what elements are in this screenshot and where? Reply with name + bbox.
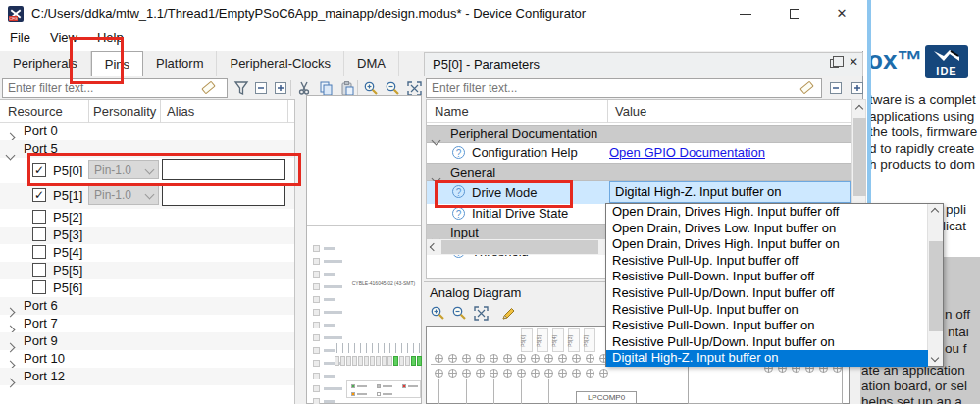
tree-row-port-12[interactable]: Port 12 — [0, 368, 294, 385]
zoom-fit-icon[interactable] — [473, 305, 490, 322]
highlighted-text-line: helps set up an a — [861, 394, 962, 404]
dropdown-option[interactable]: Resistive Pull-Down. Input buffer on — [606, 318, 928, 334]
hscroll-thumb[interactable] — [441, 240, 598, 254]
alias-input[interactable] — [162, 184, 285, 206]
package-pin-number — [313, 334, 320, 341]
package-column-label — [360, 343, 361, 353]
parameters-title: P5[0] - Parameters — [433, 53, 540, 76]
help-icon[interactable]: ? — [452, 207, 465, 220]
vscroll-thumb[interactable] — [853, 118, 866, 196]
tab-peripheral-clocks[interactable]: Peripheral-Clocks — [217, 51, 344, 76]
dropdown-scrollbar[interactable] — [927, 204, 943, 366]
close-pane-icon[interactable]: ✕ — [849, 55, 858, 69]
dropdown-option[interactable]: Resistive Pull-Up/Down. Input buffer on — [606, 334, 928, 351]
pin-checkbox[interactable] — [32, 245, 46, 259]
toolbar-separator — [290, 80, 291, 96]
tree-row-port-7[interactable]: Port 7 — [0, 315, 294, 332]
drive-mode-combo[interactable]: Digital High-Z. Input buffer on — [609, 181, 851, 203]
gpio-documentation-link[interactable]: Open GPIO Documentation — [609, 145, 765, 160]
tree-row-port-6[interactable]: Port 6 — [0, 297, 294, 315]
pin-checkbox[interactable]: ✓ — [32, 188, 46, 202]
package-pin-cell — [346, 356, 351, 366]
analog-pin-terminal — [531, 369, 540, 378]
document-text-fragment: licat — [943, 219, 966, 233]
tree-row-port-10[interactable]: Port 10 — [0, 350, 294, 368]
tree-row-p5-5[interactable]: P5[5] — [0, 262, 294, 279]
tab-platform[interactable]: Platform — [143, 51, 217, 76]
zoom-in-icon[interactable] — [430, 305, 446, 322]
dropdown-option[interactable]: Resistive Pull-Up/Down. Input buffer off — [606, 285, 928, 302]
pin-checkbox[interactable] — [32, 227, 46, 241]
tree-row-p5-6[interactable]: P5[6] — [0, 279, 294, 297]
chevron-glyph — [6, 379, 16, 388]
edit-pencil-icon[interactable] — [500, 305, 517, 322]
dropdown-option[interactable]: Resistive Pull-Up. Input buffer on — [606, 302, 928, 319]
analog-pin-terminal — [503, 369, 512, 378]
lpcomp0-block: LPCOMP0 — [576, 391, 637, 404]
dropdown-scroll-up-icon[interactable] — [931, 208, 939, 216]
tree-row-p5-2[interactable]: P5[2] — [0, 209, 294, 227]
float-pane-icon[interactable] — [830, 59, 839, 68]
collapse-all-icon[interactable] — [253, 80, 270, 97]
pin-checkbox[interactable] — [32, 263, 46, 277]
package-pin-number — [313, 258, 320, 265]
tree-row-p5-3[interactable]: P5[3] — [0, 227, 294, 244]
dropdown-option[interactable]: Open Drain, Drives High. Input buffer of… — [606, 204, 928, 221]
analog-wire — [438, 379, 439, 404]
parameters-filter-input[interactable] — [426, 78, 822, 98]
tree-row-p5-4[interactable]: P5[4] — [0, 244, 294, 262]
tree-row-p5-1[interactable]: ✓P5[1]Pin-1.0 — [0, 183, 294, 209]
parameters-header-row: NameValue — [427, 100, 851, 123]
collapse-all-icon[interactable] — [828, 80, 845, 97]
filter-funnel-icon[interactable] — [233, 80, 250, 97]
package-pin-name — [324, 298, 335, 301]
tab-dma[interactable]: DMA — [344, 51, 399, 76]
expand-all-icon[interactable] — [850, 80, 866, 97]
analog-wire — [493, 379, 494, 404]
zoom-out-icon[interactable] — [451, 305, 468, 322]
legend-swatch — [351, 392, 355, 396]
scroll-left-icon[interactable] — [430, 243, 438, 251]
ide-logo: IDE — [925, 45, 968, 78]
dropdown-option[interactable]: Resistive Pull-Down. Input buffer off — [606, 269, 928, 285]
analog-pin-label: P5[4] — [552, 328, 564, 352]
analog-pin-terminal — [435, 354, 443, 363]
port-label: Port 6 — [24, 297, 58, 315]
dropdown-option[interactable]: Open Drain, Drives Low. Input buffer on — [606, 221, 928, 237]
dropdown-option[interactable]: Resistive Pull-Up. Input buffer off — [606, 253, 928, 270]
scroll-up-icon[interactable] — [855, 105, 863, 113]
menu-bar: FileViewHelp — [0, 27, 863, 51]
chevron-down-icon — [145, 190, 155, 200]
analog-pin-terminal — [544, 369, 553, 378]
dropdown-option[interactable]: Open Drain, Drives High. Input buffer on — [606, 236, 928, 253]
personality-combo[interactable]: Pin-1.0 — [88, 185, 159, 205]
document-paragraph: tware is a completapplications usingthe … — [869, 92, 977, 174]
analog-pin-label-text: P5[4] — [551, 335, 557, 347]
pin-checkbox[interactable] — [32, 280, 46, 294]
package-pin-name — [324, 336, 342, 339]
legend-swatch — [377, 392, 381, 396]
dropdown-scroll-thumb[interactable] — [929, 241, 943, 331]
analog-diagram-title: Analog Diagram — [430, 285, 521, 300]
menu-item-file[interactable]: File — [0, 27, 40, 51]
dropdown-scroll-down-icon[interactable] — [931, 354, 939, 362]
minimize-button[interactable] — [724, 0, 767, 27]
column-divider — [160, 100, 161, 123]
param-row-configuration-help[interactable]: ?Configuration HelpOpen GPIO Documentati… — [427, 143, 851, 163]
tree-row-port-0[interactable]: Port 0 — [0, 123, 294, 140]
analog-pin-label: P5[5] — [537, 328, 548, 352]
package-pin-cell — [358, 356, 363, 366]
tree-row-port-9[interactable]: Port 9 — [0, 332, 294, 350]
package-pin-cell — [411, 356, 416, 366]
pin-checkbox[interactable] — [32, 210, 46, 224]
close-button[interactable]: ✕ — [820, 0, 863, 27]
dropdown-option[interactable]: Digital High-Z. Input buffer on — [606, 350, 928, 367]
param-value[interactable]: Open GPIO Documentation — [609, 145, 765, 160]
help-icon[interactable]: ? — [452, 146, 465, 159]
package-pin-name — [324, 273, 335, 276]
annotation-box-p50-row — [27, 153, 301, 186]
maximize-button[interactable] — [773, 0, 816, 27]
package-diagram-panel: CYBLE-416045-02 (43-SMT) — [306, 95, 422, 404]
expand-all-icon[interactable] — [273, 80, 289, 97]
chevron-right-icon[interactable] — [7, 373, 14, 390]
